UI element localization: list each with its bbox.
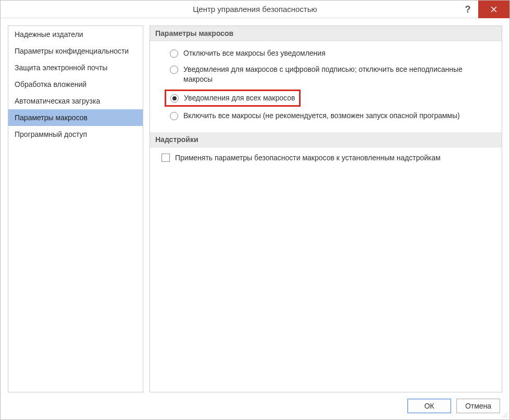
svg-point-6 xyxy=(504,416,505,417)
help-icon: ? xyxy=(465,4,471,15)
svg-point-7 xyxy=(506,416,507,417)
ok-button[interactable]: ОК xyxy=(407,399,451,413)
dialog-button-row: ОК Отмена xyxy=(1,392,509,419)
macro-options-group: Отключить все макросы без уведомления Ув… xyxy=(150,41,502,132)
category-sidebar: Надежные издатели Параметры конфиденциал… xyxy=(8,26,143,392)
help-button[interactable]: ? xyxy=(457,1,478,18)
radio-enable-all[interactable]: Включить все макросы (не рекомендуется, … xyxy=(170,111,493,122)
svg-point-2 xyxy=(506,412,507,413)
radio-label: Включить все макросы (не рекомендуется, … xyxy=(183,111,460,121)
radio-label: Уведомления для макросов с цифровой подп… xyxy=(183,65,493,84)
trust-center-window: Центр управления безопасностью ? Надежны… xyxy=(0,0,510,420)
sidebar-item-attachment-handling[interactable]: Обработка вложений xyxy=(8,76,143,93)
titlebar-controls: ? xyxy=(457,1,509,18)
section-header-addins: Надстройки xyxy=(150,132,502,147)
sidebar-item-privacy-options[interactable]: Параметры конфиденциальности xyxy=(8,43,143,59)
radio-icon xyxy=(170,66,178,74)
radio-signed-notification[interactable]: Уведомления для макросов с цифровой подп… xyxy=(170,65,493,84)
content-panel: Параметры макросов Отключить все макросы… xyxy=(150,26,502,392)
svg-point-5 xyxy=(502,416,503,417)
close-icon xyxy=(491,6,497,12)
radio-label: Уведомления для всех макросов xyxy=(184,93,295,103)
window-title: Центр управления безопасностью xyxy=(1,5,509,14)
radio-disable-no-notification[interactable]: Отключить все макросы без уведомления xyxy=(170,48,493,59)
svg-point-3 xyxy=(504,414,505,415)
svg-point-4 xyxy=(506,414,507,415)
sidebar-item-programmatic-access[interactable]: Программный доступ xyxy=(8,126,143,143)
cancel-button[interactable]: Отмена xyxy=(456,399,500,413)
sidebar-item-automatic-download[interactable]: Автоматическая загрузка xyxy=(8,93,143,109)
radio-label: Отключить все макросы без уведомления xyxy=(183,48,326,58)
sidebar-item-macro-settings[interactable]: Параметры макросов xyxy=(8,109,143,126)
close-button[interactable] xyxy=(478,1,509,18)
radio-icon xyxy=(170,112,178,120)
titlebar: Центр управления безопасностью ? xyxy=(1,1,509,18)
addins-apply-security-checkbox[interactable] xyxy=(161,154,170,162)
checkbox-label: Применять параметры безопасности макросо… xyxy=(175,154,441,162)
sidebar-item-trusted-publishers[interactable]: Надежные издатели xyxy=(8,26,143,43)
radio-all-notification[interactable] xyxy=(170,94,179,103)
addins-apply-security-row: Применять параметры безопасности макросо… xyxy=(150,147,502,167)
section-header-macros: Параметры макросов xyxy=(150,26,502,41)
dialog-body: Надежные издатели Параметры конфиденциал… xyxy=(1,18,509,392)
resize-grip-icon[interactable] xyxy=(501,411,508,418)
radio-icon xyxy=(170,94,179,103)
highlighted-option: Уведомления для всех макросов xyxy=(165,90,301,107)
radio-icon xyxy=(170,49,178,58)
sidebar-item-email-security[interactable]: Защита электронной почты xyxy=(8,59,143,76)
